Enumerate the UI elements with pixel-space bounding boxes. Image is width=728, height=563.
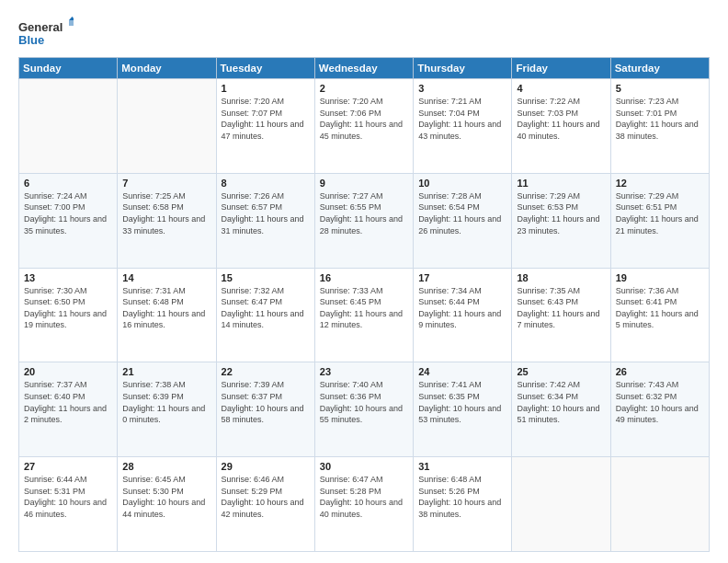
day-cell: 19Sunrise: 7:36 AM Sunset: 6:41 PM Dayli…: [610, 268, 709, 362]
week-row-2: 13Sunrise: 7:30 AM Sunset: 6:50 PM Dayli…: [19, 268, 710, 362]
day-info: Sunrise: 7:21 AM Sunset: 7:04 PM Dayligh…: [418, 96, 506, 142]
day-number: 31: [418, 461, 506, 472]
day-number: 19: [616, 272, 704, 283]
svg-text:Blue: Blue: [18, 33, 44, 47]
day-info: Sunrise: 7:36 AM Sunset: 6:41 PM Dayligh…: [616, 285, 704, 331]
day-cell: 13Sunrise: 7:30 AM Sunset: 6:50 PM Dayli…: [19, 268, 118, 362]
day-header-wednesday: Wednesday: [314, 58, 413, 79]
day-info: Sunrise: 6:48 AM Sunset: 5:26 PM Dayligh…: [418, 474, 506, 520]
calendar-header-row: SundayMondayTuesdayWednesdayThursdayFrid…: [19, 58, 710, 79]
day-number: 13: [24, 272, 112, 283]
day-cell: 21Sunrise: 7:38 AM Sunset: 6:39 PM Dayli…: [118, 362, 216, 457]
day-number: 30: [320, 461, 408, 472]
day-info: Sunrise: 7:40 AM Sunset: 6:36 PM Dayligh…: [320, 379, 408, 425]
logo-svg: General Blue: [18, 17, 74, 50]
day-number: 1: [222, 83, 310, 94]
day-info: Sunrise: 7:33 AM Sunset: 6:45 PM Dayligh…: [320, 285, 408, 331]
week-row-4: 27Sunrise: 6:44 AM Sunset: 5:31 PM Dayli…: [19, 457, 710, 552]
day-number: 4: [517, 83, 605, 94]
day-number: 20: [24, 366, 112, 377]
day-cell: 15Sunrise: 7:32 AM Sunset: 6:47 PM Dayli…: [216, 268, 314, 362]
day-cell: 10Sunrise: 7:28 AM Sunset: 6:54 PM Dayli…: [414, 173, 512, 268]
day-number: 18: [517, 272, 605, 283]
day-number: 26: [616, 366, 704, 377]
day-number: 17: [418, 272, 506, 283]
day-number: 12: [616, 178, 704, 189]
week-row-0: 1Sunrise: 7:20 AM Sunset: 7:07 PM Daylig…: [19, 79, 710, 174]
day-cell: 7Sunrise: 7:25 AM Sunset: 6:58 PM Daylig…: [118, 173, 216, 268]
day-cell: [118, 79, 216, 174]
day-info: Sunrise: 7:42 AM Sunset: 6:34 PM Dayligh…: [517, 379, 605, 425]
day-info: Sunrise: 7:34 AM Sunset: 6:44 PM Dayligh…: [418, 285, 506, 331]
day-header-saturday: Saturday: [610, 58, 709, 79]
day-cell: 14Sunrise: 7:31 AM Sunset: 6:48 PM Dayli…: [118, 268, 216, 362]
day-number: 8: [222, 178, 310, 189]
day-number: 23: [320, 366, 408, 377]
logo: General Blue: [18, 17, 74, 50]
day-number: 15: [222, 272, 310, 283]
day-number: 24: [418, 366, 506, 377]
day-info: Sunrise: 7:23 AM Sunset: 7:01 PM Dayligh…: [616, 96, 704, 142]
svg-text:General: General: [18, 20, 63, 34]
day-info: Sunrise: 6:46 AM Sunset: 5:29 PM Dayligh…: [222, 474, 310, 520]
day-number: 16: [320, 272, 408, 283]
week-row-1: 6Sunrise: 7:24 AM Sunset: 7:00 PM Daylig…: [19, 173, 710, 268]
day-cell: 22Sunrise: 7:39 AM Sunset: 6:37 PM Dayli…: [216, 362, 314, 457]
day-info: Sunrise: 7:41 AM Sunset: 6:35 PM Dayligh…: [418, 379, 506, 425]
day-number: 5: [616, 83, 704, 94]
day-cell: 18Sunrise: 7:35 AM Sunset: 6:43 PM Dayli…: [512, 268, 610, 362]
day-cell: 23Sunrise: 7:40 AM Sunset: 6:36 PM Dayli…: [314, 362, 413, 457]
day-info: Sunrise: 7:35 AM Sunset: 6:43 PM Dayligh…: [517, 285, 605, 331]
day-cell: 9Sunrise: 7:27 AM Sunset: 6:55 PM Daylig…: [314, 173, 413, 268]
day-info: Sunrise: 6:44 AM Sunset: 5:31 PM Dayligh…: [24, 474, 112, 520]
day-cell: 6Sunrise: 7:24 AM Sunset: 7:00 PM Daylig…: [19, 173, 118, 268]
day-cell: 8Sunrise: 7:26 AM Sunset: 6:57 PM Daylig…: [216, 173, 314, 268]
header: General Blue: [18, 17, 710, 50]
day-number: 25: [517, 366, 605, 377]
day-cell: 29Sunrise: 6:46 AM Sunset: 5:29 PM Dayli…: [216, 457, 314, 552]
day-cell: 1Sunrise: 7:20 AM Sunset: 7:07 PM Daylig…: [216, 79, 314, 174]
page: General Blue SundayMondayTuesdayWednesda…: [0, 0, 728, 563]
day-header-monday: Monday: [118, 58, 216, 79]
day-cell: 4Sunrise: 7:22 AM Sunset: 7:03 PM Daylig…: [512, 79, 610, 174]
day-info: Sunrise: 7:30 AM Sunset: 6:50 PM Dayligh…: [24, 285, 112, 331]
day-info: Sunrise: 7:26 AM Sunset: 6:57 PM Dayligh…: [222, 190, 310, 236]
day-number: 7: [122, 178, 210, 189]
svg-marker-2: [69, 17, 74, 20]
day-info: Sunrise: 7:31 AM Sunset: 6:48 PM Dayligh…: [122, 285, 210, 331]
day-number: 10: [418, 178, 506, 189]
day-cell: 27Sunrise: 6:44 AM Sunset: 5:31 PM Dayli…: [19, 457, 118, 552]
day-info: Sunrise: 6:45 AM Sunset: 5:30 PM Dayligh…: [122, 474, 210, 520]
day-info: Sunrise: 7:20 AM Sunset: 7:07 PM Dayligh…: [222, 96, 310, 142]
day-cell: 24Sunrise: 7:41 AM Sunset: 6:35 PM Dayli…: [414, 362, 512, 457]
day-number: 6: [24, 178, 112, 189]
day-header-tuesday: Tuesday: [216, 58, 314, 79]
day-cell: [610, 457, 709, 552]
day-info: Sunrise: 7:20 AM Sunset: 7:06 PM Dayligh…: [320, 96, 408, 142]
calendar-table: SundayMondayTuesdayWednesdayThursdayFrid…: [18, 57, 710, 552]
day-info: Sunrise: 7:38 AM Sunset: 6:39 PM Dayligh…: [122, 379, 210, 425]
day-cell: 3Sunrise: 7:21 AM Sunset: 7:04 PM Daylig…: [414, 79, 512, 174]
day-info: Sunrise: 7:25 AM Sunset: 6:58 PM Dayligh…: [122, 190, 210, 236]
day-cell: 25Sunrise: 7:42 AM Sunset: 6:34 PM Dayli…: [512, 362, 610, 457]
day-info: Sunrise: 7:32 AM Sunset: 6:47 PM Dayligh…: [222, 285, 310, 331]
day-number: 14: [122, 272, 210, 283]
day-info: Sunrise: 7:28 AM Sunset: 6:54 PM Dayligh…: [418, 190, 506, 236]
svg-marker-3: [69, 20, 74, 26]
day-info: Sunrise: 7:37 AM Sunset: 6:40 PM Dayligh…: [24, 379, 112, 425]
day-cell: 16Sunrise: 7:33 AM Sunset: 6:45 PM Dayli…: [314, 268, 413, 362]
day-cell: [512, 457, 610, 552]
day-info: Sunrise: 7:27 AM Sunset: 6:55 PM Dayligh…: [320, 190, 408, 236]
day-cell: 28Sunrise: 6:45 AM Sunset: 5:30 PM Dayli…: [118, 457, 216, 552]
day-cell: 11Sunrise: 7:29 AM Sunset: 6:53 PM Dayli…: [512, 173, 610, 268]
day-cell: 31Sunrise: 6:48 AM Sunset: 5:26 PM Dayli…: [414, 457, 512, 552]
day-header-thursday: Thursday: [414, 58, 512, 79]
day-info: Sunrise: 7:29 AM Sunset: 6:51 PM Dayligh…: [616, 190, 704, 236]
day-cell: 20Sunrise: 7:37 AM Sunset: 6:40 PM Dayli…: [19, 362, 118, 457]
day-header-sunday: Sunday: [19, 58, 118, 79]
day-cell: 26Sunrise: 7:43 AM Sunset: 6:32 PM Dayli…: [610, 362, 709, 457]
day-info: Sunrise: 6:47 AM Sunset: 5:28 PM Dayligh…: [320, 474, 408, 520]
day-number: 28: [122, 461, 210, 472]
day-info: Sunrise: 7:43 AM Sunset: 6:32 PM Dayligh…: [616, 379, 704, 425]
day-cell: 2Sunrise: 7:20 AM Sunset: 7:06 PM Daylig…: [314, 79, 413, 174]
